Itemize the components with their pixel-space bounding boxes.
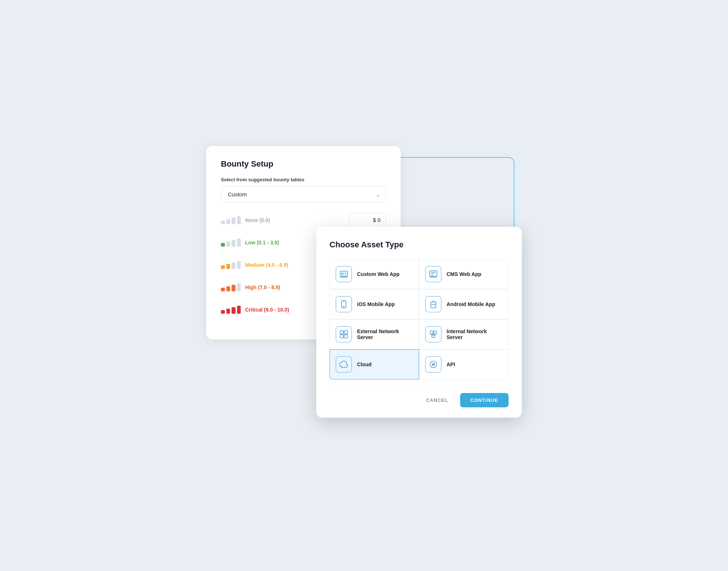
bar: [221, 243, 225, 247]
cms-web-app-icon: [425, 266, 441, 282]
asset-item-cloud[interactable]: Cloud: [330, 349, 419, 379]
asset-item-android-mobile-app[interactable]: Android Mobile App: [419, 289, 509, 319]
svg-point-6: [432, 304, 433, 305]
asset-item-ios-mobile-app[interactable]: iOS Mobile App: [330, 289, 419, 319]
cms-web-app-label: CMS Web App: [447, 271, 481, 277]
bar: [221, 288, 225, 291]
severity-none-row: None (0.0) $ 0: [221, 213, 386, 227]
asset-item-cms-web-app[interactable]: CMS Web App: [419, 259, 509, 289]
svg-rect-12: [430, 331, 433, 334]
internal-network-server-label: Internal Network Server: [447, 328, 502, 340]
bar: [226, 264, 230, 269]
dropdown-wrapper: Custom Standard Premium ⌄: [221, 186, 386, 203]
modal-footer: CANCEL CONTINUE: [330, 387, 509, 407]
asset-item-api[interactable]: API: [419, 349, 509, 379]
svg-rect-10: [340, 335, 343, 338]
internal-network-server-icon: [425, 326, 441, 342]
bounty-table-dropdown[interactable]: Custom Standard Premium: [221, 186, 386, 203]
bar: [221, 265, 225, 269]
api-label: API: [447, 361, 455, 367]
bar: [232, 307, 236, 314]
cloud-icon: [336, 356, 352, 372]
bar: [226, 309, 230, 314]
custom-web-app-icon: [336, 266, 352, 282]
dropdown-label: Select from suggested bounty tables: [221, 177, 386, 182]
bar: [221, 310, 225, 314]
bar: [226, 286, 230, 291]
svg-rect-8: [340, 331, 343, 334]
bar: [232, 218, 236, 224]
ios-mobile-app-icon: [336, 296, 352, 312]
severity-medium-bars: [221, 261, 241, 269]
asset-type-modal: Choose Asset Type Custom Web App: [316, 227, 522, 418]
asset-item-internal-network-server[interactable]: Internal Network Server: [419, 319, 509, 349]
svg-point-1: [342, 273, 343, 275]
custom-web-app-label: Custom Web App: [357, 271, 400, 277]
svg-rect-13: [434, 331, 437, 334]
bar: [221, 221, 225, 224]
continue-button[interactable]: CONTINUE: [460, 393, 509, 407]
cloud-label: Cloud: [357, 361, 372, 367]
android-mobile-app-label: Android Mobile App: [447, 301, 495, 307]
ios-mobile-app-label: iOS Mobile App: [357, 301, 395, 307]
asset-grid: Custom Web App CMS Web App: [330, 259, 509, 379]
bar: [226, 241, 230, 247]
svg-rect-5: [431, 302, 436, 308]
api-icon: [425, 356, 441, 372]
svg-rect-9: [344, 331, 347, 334]
severity-high-bars: [221, 283, 241, 291]
svg-rect-11: [344, 335, 347, 338]
severity-none-amount[interactable]: $ 0: [349, 213, 386, 227]
bar: [232, 262, 236, 269]
bar: [237, 261, 241, 269]
svg-point-7: [434, 304, 435, 305]
severity-critical-bars: [221, 306, 241, 314]
asset-item-custom-web-app[interactable]: Custom Web App: [330, 259, 419, 289]
asset-item-external-network-server[interactable]: External Network Server: [330, 319, 419, 349]
external-network-server-label: External Network Server: [357, 328, 413, 340]
severity-low-bars: [221, 239, 241, 247]
android-mobile-app-icon: [425, 296, 441, 312]
cancel-button[interactable]: CANCEL: [420, 394, 454, 407]
bar: [226, 219, 230, 224]
bar: [237, 283, 241, 291]
severity-none-bars: [221, 216, 241, 224]
bar: [237, 239, 241, 247]
severity-none-label: None (0.0): [245, 217, 349, 223]
bar: [232, 285, 236, 291]
bar: [232, 240, 236, 247]
bar: [237, 306, 241, 314]
bar: [237, 216, 241, 224]
bounty-title: Bounty Setup: [221, 159, 386, 169]
modal-title: Choose Asset Type: [330, 240, 509, 250]
svg-point-4: [343, 306, 344, 307]
external-network-server-icon: [336, 326, 352, 342]
scene: Bounty Setup Select from suggested bount…: [206, 146, 522, 425]
